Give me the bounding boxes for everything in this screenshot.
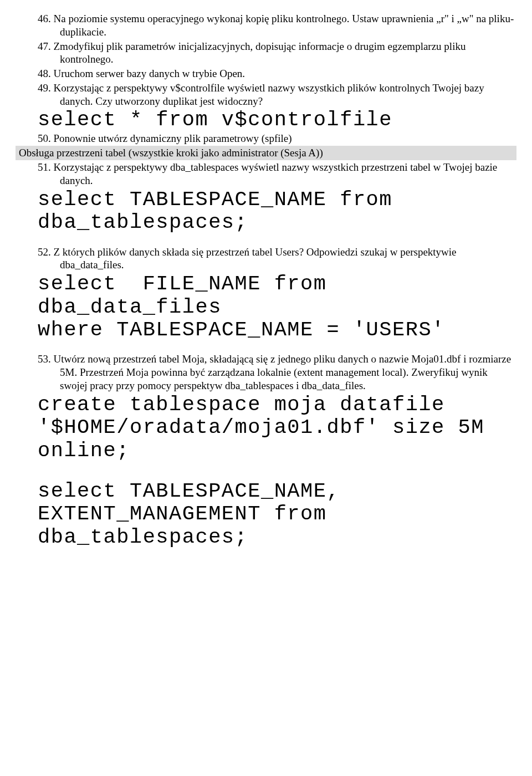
code-block-53b: select TABLESPACE_NAME, EXTENT_MANAGEMEN…: [16, 480, 516, 549]
item-text: Ponownie utwórz dynamiczny plik parametr…: [54, 132, 292, 144]
spacer: [16, 341, 516, 353]
spacer: [16, 234, 516, 246]
item-48: 48. Uruchom serwer bazy danych w trybie …: [16, 67, 516, 80]
item-52: 52. Z których plików danych składa się p…: [16, 246, 516, 272]
code-block-51: select TABLESPACE_NAME from dba_tablespa…: [16, 188, 516, 234]
item-number: 48.: [38, 68, 51, 79]
item-number: 51.: [38, 161, 51, 173]
spacer: [16, 462, 516, 480]
list-item: 48. Uruchom serwer bazy danych w trybie …: [16, 67, 516, 80]
item-text: Korzystając z perspektywy v$controlfile …: [54, 82, 484, 107]
item-46: 46. Na poziomie systemu operacyjnego wyk…: [16, 12, 516, 39]
code-block-52: select FILE_NAME from dba_data_files whe…: [16, 273, 516, 341]
item-number: 50.: [38, 132, 51, 144]
item-text: Utwórz nową przestrzeń tabel Moja, skład…: [54, 353, 511, 391]
item-text: Uruchom serwer bazy danych w trybie Open…: [54, 68, 245, 79]
item-49: 49. Korzystając z perspektywy v$controlf…: [16, 81, 516, 108]
code-block-53a: create tablespace moja datafile '$HOME/o…: [16, 394, 516, 462]
list-item: 47. Zmodyfikuj plik parametrów inicjaliz…: [16, 40, 516, 67]
item-53: 53. Utwórz nową przestrzeń tabel Moja, s…: [16, 353, 516, 392]
list-item: 52. Z których plików danych składa się p…: [16, 246, 516, 272]
code-block-49: select * from v$controlfile: [16, 109, 516, 131]
item-number: 53.: [38, 353, 51, 365]
list-item: 46. Na poziomie systemu operacyjnego wyk…: [16, 12, 516, 39]
item-50: 50. Ponownie utwórz dynamiczny plik para…: [16, 132, 516, 145]
list-item: 49. Korzystając z perspektywy v$controlf…: [16, 81, 516, 108]
item-number: 52.: [38, 246, 51, 258]
item-text: Na poziomie systemu operacyjnego wykonaj…: [54, 13, 514, 38]
item-text: Z których plików danych składa się przes…: [54, 246, 457, 271]
list-item: 53. Utwórz nową przestrzeń tabel Moja, s…: [16, 353, 516, 392]
item-51: 51. Korzystając z perspektywy dba_tables…: [16, 161, 516, 187]
section-header-tablespaces: Obsługa przestrzeni tabel (wszystkie kro…: [16, 146, 516, 160]
item-text: Korzystając z perspektywy dba_tablespace…: [54, 161, 498, 186]
list-item: 51. Korzystając z perspektywy dba_tables…: [16, 161, 516, 187]
item-text: Zmodyfikuj plik parametrów inicjalizacyj…: [54, 40, 466, 65]
list-item: 50. Ponownie utwórz dynamiczny plik para…: [16, 132, 516, 145]
item-47: 47. Zmodyfikuj plik parametrów inicjaliz…: [16, 40, 516, 67]
item-number: 46.: [38, 13, 51, 24]
item-number: 49.: [38, 82, 51, 94]
item-number: 47.: [38, 40, 51, 52]
